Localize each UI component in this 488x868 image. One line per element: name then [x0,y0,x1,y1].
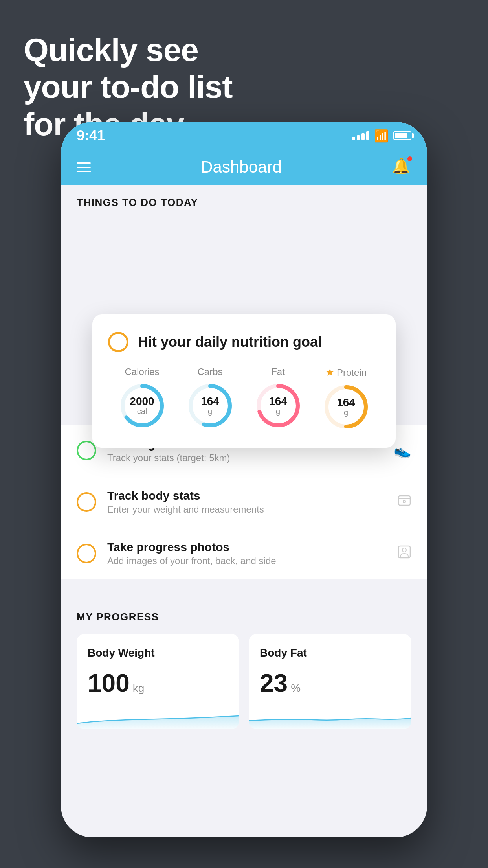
body-weight-chart [77,706,239,729]
status-icons: 📶 [352,129,411,143]
body-fat-card[interactable]: Body Fat 23 % [249,634,411,729]
macro-carbs-label: Carbs [197,366,222,377]
nutrition-card[interactable]: Hit your daily nutrition goal Calories 2… [92,314,396,448]
phone-mockup: 9:41 📶 Dashboard 🔔 THINGS TO [61,122,427,837]
todo-check-running [77,441,96,460]
progress-section: MY PROGRESS Body Weight 100 kg [61,595,427,729]
todo-subtitle-body-stats: Enter your weight and measurements [107,504,386,515]
body-weight-card[interactable]: Body Weight 100 kg [77,634,239,729]
todo-item-body-stats[interactable]: Track body stats Enter your weight and m… [61,476,427,528]
headline-line2: your to-do list [24,69,233,105]
headline-line1: Quickly see [24,32,198,68]
svg-point-10 [403,500,405,503]
todo-check-body-stats [77,492,96,512]
running-icon: 👟 [394,442,411,459]
macro-calories-ring: 2000 cal [119,382,166,429]
svg-point-12 [402,548,406,552]
body-fat-card-title: Body Fat [260,647,400,659]
todo-check-photos [77,544,96,563]
macro-protein-label: ★ Protein [325,366,367,379]
todo-item-photos[interactable]: Take progress photos Add images of your … [61,528,427,579]
nav-title: Dashboard [201,158,281,177]
status-time: 9:41 [77,127,105,144]
todo-title-body-stats: Track body stats [107,489,386,502]
body-fat-unit: % [291,682,301,695]
progress-section-title: MY PROGRESS [77,611,411,623]
notification-badge [407,156,413,162]
body-fat-value-container: 23 % [260,669,400,698]
macro-carbs-value: 164 [201,396,219,407]
macro-protein-unit: g [337,408,355,417]
macro-calories-label: Calories [125,366,159,377]
nutrition-macros: Calories 2000 cal Carbs [108,366,380,430]
todo-content-photos: Take progress photos Add images of your … [107,541,386,566]
progress-cards: Body Weight 100 kg [77,634,411,729]
todo-content-body-stats: Track body stats Enter your weight and m… [107,489,386,515]
macro-carbs-ring: 164 g [187,382,234,429]
nutrition-card-title: Hit your daily nutrition goal [138,334,322,350]
macro-fat: Fat 164 g [255,366,302,429]
todo-subtitle-photos: Add images of your front, back, and side [107,555,386,566]
signal-icon [352,131,369,140]
things-to-do-header: THINGS TO DO TODAY [61,185,427,217]
macro-protein-value: 164 [337,397,355,408]
macro-carbs: Carbs 164 g [187,366,234,429]
person-icon [397,545,411,563]
todo-title-photos: Take progress photos [107,541,386,554]
todo-subtitle-running: Track your stats (target: 5km) [107,452,383,463]
body-fat-value: 23 [260,669,288,698]
body-weight-card-title: Body Weight [88,647,228,659]
macro-carbs-unit: g [201,407,219,416]
body-weight-value: 100 [88,669,130,698]
status-bar: 9:41 📶 [61,122,427,149]
macro-fat-value: 164 [269,396,287,407]
macro-fat-ring: 164 g [255,382,302,429]
macro-calories-value: 2000 [130,396,154,407]
macro-calories-unit: cal [130,407,154,416]
notification-bell-button[interactable]: 🔔 [392,157,411,177]
menu-button[interactable] [77,162,91,172]
nav-bar: Dashboard 🔔 [61,149,427,185]
nutrition-check-circle [108,332,128,352]
macro-calories: Calories 2000 cal [119,366,166,429]
battery-icon [393,131,411,140]
protein-star-icon: ★ [325,366,334,379]
nutrition-card-header: Hit your daily nutrition goal [108,332,380,352]
things-to-do-title: THINGS TO DO TODAY [77,197,198,208]
macro-fat-label: Fat [271,366,285,377]
body-fat-chart [249,706,411,729]
body-weight-value-container: 100 kg [88,669,228,698]
todo-list: Running Track your stats (target: 5km) 👟… [61,425,427,579]
wifi-icon: 📶 [374,129,389,143]
content-area: THINGS TO DO TODAY Hit your daily nutrit… [61,185,427,729]
macro-fat-unit: g [269,407,287,416]
body-weight-unit: kg [133,682,145,695]
scale-icon [397,493,411,511]
macro-protein-ring: 164 g [323,383,370,430]
macro-protein: ★ Protein 164 g [323,366,370,430]
